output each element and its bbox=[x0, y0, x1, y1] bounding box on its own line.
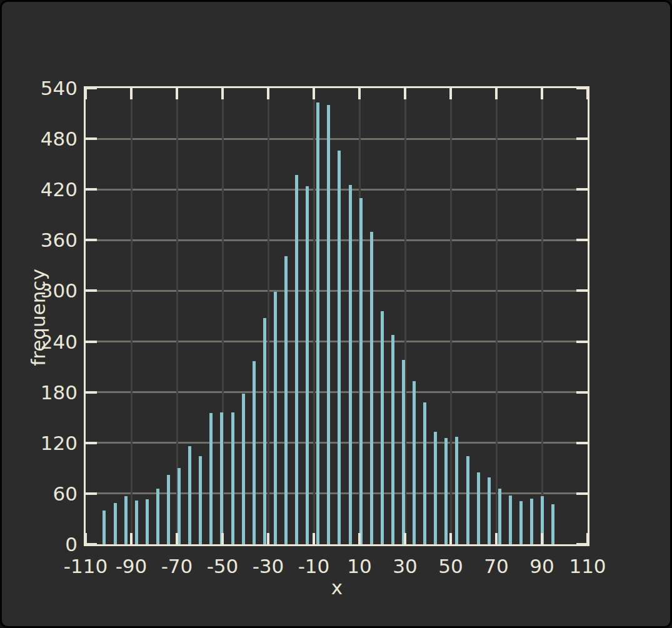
x-tick-mark bbox=[313, 533, 315, 544]
y-tick-mark bbox=[86, 391, 97, 394]
histogram-bar bbox=[188, 446, 191, 544]
gridline-vertical bbox=[268, 88, 269, 544]
x-tick-mark bbox=[449, 533, 452, 544]
x-tick-mark-top bbox=[176, 88, 178, 99]
gridline-horizontal bbox=[86, 239, 588, 241]
x-axis-title: x bbox=[274, 576, 399, 599]
gridline-horizontal bbox=[86, 341, 588, 342]
histogram-bar bbox=[498, 489, 501, 544]
y-tick-mark bbox=[86, 341, 97, 343]
histogram-bar bbox=[284, 256, 288, 544]
gridline-horizontal bbox=[86, 290, 588, 292]
gridline-horizontal bbox=[86, 492, 588, 494]
x-tick-mark-top bbox=[358, 88, 361, 99]
x-tick-mark bbox=[267, 533, 269, 544]
y-axis-title: frequency bbox=[27, 255, 49, 380]
y-tick-label: 480 bbox=[9, 127, 78, 151]
y-tick-label: 120 bbox=[9, 431, 78, 455]
y-tick-mark-right bbox=[576, 442, 588, 444]
chart-window: -110-90-70-50-30-10103050709011006012018… bbox=[0, 0, 672, 628]
y-tick-mark bbox=[86, 137, 97, 140]
histogram-bar bbox=[551, 504, 554, 544]
x-tick-mark-top bbox=[313, 88, 315, 99]
gridline-vertical bbox=[131, 88, 133, 544]
x-tick-mark-top bbox=[267, 88, 269, 99]
y-tick-mark bbox=[86, 87, 97, 89]
y-tick-mark bbox=[86, 442, 97, 444]
histogram-bar bbox=[488, 477, 491, 544]
y-tick-mark-right bbox=[576, 391, 588, 394]
y-tick-mark-right bbox=[576, 239, 588, 241]
x-tick-mark bbox=[495, 533, 498, 544]
y-tick-mark-right bbox=[576, 188, 588, 191]
x-tick-mark-top bbox=[541, 88, 543, 99]
histogram-bar bbox=[231, 412, 234, 544]
y-tick-mark-right bbox=[576, 289, 588, 292]
gridline-horizontal bbox=[86, 391, 588, 393]
x-tick-mark bbox=[221, 533, 224, 544]
y-tick-mark bbox=[86, 289, 97, 292]
x-tick-mark-top bbox=[404, 88, 406, 99]
x-tick-mark bbox=[541, 533, 543, 544]
histogram-bar bbox=[124, 496, 128, 544]
gridline-vertical bbox=[450, 88, 452, 544]
gridline-vertical bbox=[541, 88, 543, 544]
histogram-bar bbox=[477, 472, 480, 544]
histogram-bar bbox=[455, 437, 458, 544]
histogram-bar bbox=[359, 198, 363, 544]
histogram-bar bbox=[349, 185, 352, 544]
gridline-vertical bbox=[496, 88, 498, 544]
x-tick-mark-top bbox=[495, 88, 498, 99]
y-tick-label: 180 bbox=[9, 381, 78, 404]
histogram-bar bbox=[402, 360, 405, 544]
histogram-bar bbox=[530, 499, 533, 544]
histogram-bar bbox=[295, 175, 298, 544]
x-tick-mark bbox=[176, 533, 178, 544]
histogram-bar bbox=[242, 394, 245, 544]
y-tick-mark bbox=[86, 239, 97, 241]
y-tick-mark bbox=[86, 543, 97, 546]
histogram-bar bbox=[391, 335, 394, 544]
x-tick-mark-top bbox=[221, 88, 224, 99]
histogram-bar bbox=[413, 381, 416, 544]
y-tick-label: 60 bbox=[9, 482, 78, 506]
gridline-horizontal bbox=[86, 442, 588, 444]
histogram-bar bbox=[167, 475, 170, 544]
histogram-bar bbox=[444, 438, 448, 544]
histogram-bar bbox=[381, 311, 384, 544]
histogram-bar bbox=[338, 151, 341, 544]
histogram-bar bbox=[146, 499, 149, 544]
y-tick-mark-right bbox=[576, 341, 588, 343]
histogram-bar bbox=[156, 489, 159, 544]
y-tick-mark-right bbox=[576, 492, 588, 495]
histogram-bar bbox=[423, 402, 426, 544]
histogram-bar bbox=[209, 413, 213, 544]
y-tick-mark-right bbox=[576, 87, 588, 89]
histogram-bar bbox=[327, 105, 330, 544]
histogram-bar bbox=[519, 501, 523, 544]
histogram-bar bbox=[509, 496, 512, 544]
histogram-bar bbox=[274, 292, 277, 544]
gridline-horizontal bbox=[86, 138, 588, 140]
histogram-bar bbox=[306, 186, 309, 544]
histogram-bar bbox=[114, 503, 117, 544]
histogram-bar bbox=[253, 361, 256, 544]
x-tick-mark-top bbox=[449, 88, 452, 99]
x-tick-mark-top bbox=[130, 88, 133, 99]
y-tick-mark bbox=[86, 492, 97, 495]
y-tick-label: 540 bbox=[9, 76, 78, 100]
y-tick-mark-right bbox=[576, 137, 588, 140]
histogram-bar bbox=[135, 501, 138, 544]
histogram-bar bbox=[103, 511, 106, 544]
x-tick-mark bbox=[130, 533, 133, 544]
x-tick-mark-top bbox=[586, 88, 589, 99]
x-tick-label: 110 bbox=[544, 554, 631, 578]
y-tick-mark-right bbox=[576, 543, 588, 546]
gridline-horizontal bbox=[86, 189, 588, 191]
plot-area bbox=[84, 86, 589, 546]
y-tick-label: 360 bbox=[9, 228, 78, 252]
y-tick-label: 420 bbox=[9, 177, 78, 201]
x-tick-mark-top bbox=[84, 88, 87, 99]
histogram-bar bbox=[466, 456, 469, 544]
histogram-bar bbox=[263, 318, 266, 544]
